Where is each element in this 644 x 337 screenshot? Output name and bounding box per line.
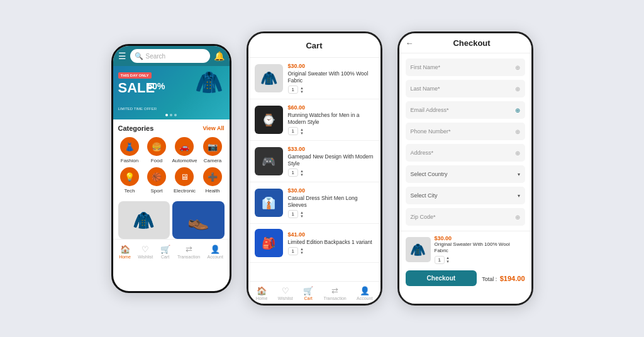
category-electronic[interactable]: 🖥 Electronic: [172, 167, 197, 194]
checkout-bar: Checkout Total : $194.00: [406, 270, 525, 286]
product-card-1[interactable]: 🧥: [118, 201, 170, 239]
qty-arrows-2[interactable]: ▲ ▼: [300, 128, 304, 135]
address-field[interactable]: Address* ⊕: [406, 144, 525, 162]
order-price: $30.00: [435, 235, 525, 241]
category-health[interactable]: ➕ Health: [201, 167, 225, 194]
view-all-link[interactable]: View All: [203, 125, 224, 131]
city-label: Select City: [411, 192, 438, 199]
order-qty-down[interactable]: ▼: [446, 260, 450, 263]
checkout-title: Checkout: [419, 38, 525, 48]
cart-home-label: Home: [256, 296, 268, 301]
search-bar[interactable]: 🔍 Search: [130, 49, 210, 63]
wishlist-nav-label: Wishlist: [138, 255, 153, 259]
nav-cart[interactable]: 🛒 Cart: [160, 245, 170, 259]
qty-arrows-1[interactable]: ▲ ▼: [300, 86, 304, 94]
categories-header: Categories View All: [118, 124, 225, 132]
health-icon: ➕: [203, 167, 222, 186]
checkout-form: First Name* ⊕ Last Name* ⊕ Email Address…: [399, 53, 531, 231]
category-grid: 👗 Fashion 🍔 Food 🚗 Automotive 📷 Camera: [118, 137, 225, 194]
phone-field[interactable]: Phone Number* ⊕: [406, 123, 525, 140]
first-name-icon: ⊕: [515, 64, 520, 71]
category-camera[interactable]: 📷 Camera: [201, 137, 225, 163]
cart-home-icon: 🏠: [257, 286, 267, 296]
cart-item-price-2: $60.00: [288, 104, 374, 111]
total-section: Total : $194.00: [482, 272, 525, 284]
account-nav-label: Account: [208, 255, 223, 259]
cart-nav-cart[interactable]: 🛒 Cart: [303, 286, 313, 301]
email-field[interactable]: Email Address* ⊕: [406, 101, 525, 119]
cart-item-name-5: Limited Edition Backpacks 1 variant: [288, 239, 374, 246]
qty-arrows-5[interactable]: ▲ ▼: [300, 247, 304, 255]
cart-item-price-5: $41.00: [288, 231, 374, 238]
nav-wishlist[interactable]: ♡ Wishlist: [138, 245, 153, 259]
cart-item-name-1: Original Sweater With 100% Wool Fabric: [288, 70, 374, 84]
cart-item-name-3: Gamepad New Design With Modern Style: [288, 153, 374, 167]
cart-cart-icon: 🛒: [303, 286, 313, 296]
cart-item-img-2: ⌚: [255, 106, 283, 134]
cart-item-info-5: $41.00 Limited Edition Backpacks 1 varia…: [288, 231, 374, 255]
cart-nav-account[interactable]: 👤 Account: [357, 286, 372, 301]
banner-dot-2[interactable]: [170, 114, 172, 116]
nav-transaction[interactable]: ⇄ Transaction: [177, 245, 200, 259]
qty-arrows-3[interactable]: ▲ ▼: [300, 169, 304, 177]
menu-icon[interactable]: ☰: [118, 51, 126, 61]
home-nav-icon: 🏠: [120, 245, 130, 254]
banner-dot-1[interactable]: [165, 114, 168, 116]
tech-icon: 💡: [120, 167, 139, 186]
cart-account-icon: 👤: [360, 286, 370, 296]
cart-item-5: 🎒 $41.00 Limited Edition Backpacks 1 var…: [248, 224, 380, 263]
first-name-field[interactable]: First Name* ⊕: [406, 58, 525, 76]
category-tech[interactable]: 💡 Tech: [118, 167, 142, 194]
category-sport[interactable]: 🏀 Sport: [145, 167, 168, 194]
qty-arrows-4[interactable]: ▲ ▼: [300, 211, 304, 218]
nav-account[interactable]: 👤 Account: [208, 245, 223, 259]
automotive-label: Automotive: [172, 158, 197, 163]
cart-item-3: 🎮 $33.00 Gamepad New Design With Modern …: [248, 141, 380, 182]
cart-transaction-label: Transaction: [323, 296, 346, 301]
cart-nav-transaction[interactable]: ⇄ Transaction: [323, 286, 346, 301]
zip-field[interactable]: Zip Code* ⊕: [406, 208, 525, 226]
cart-item-qty-1: 1 ▲ ▼: [288, 86, 374, 94]
wishlist-nav-icon: ♡: [142, 245, 149, 254]
cart-item-qty-4: 1 ▲ ▼: [288, 210, 374, 218]
product-card-2[interactable]: 👞: [172, 201, 225, 239]
category-fashion[interactable]: 👗 Fashion: [118, 137, 142, 163]
cart-item-qty-3: 1 ▲ ▼: [288, 168, 374, 177]
cart-item-2: ⌚ $60.00 Running Watches for Men in a Mo…: [248, 99, 380, 141]
qty-down-1[interactable]: ▼: [300, 90, 304, 94]
back-icon[interactable]: ←: [406, 38, 414, 48]
qty-down-2[interactable]: ▼: [300, 131, 304, 135]
qty-down-4[interactable]: ▼: [300, 214, 304, 218]
qty-down-5[interactable]: ▼: [300, 251, 304, 255]
category-automotive[interactable]: 🚗 Automotive: [172, 137, 197, 163]
bottom-nav: 🏠 Home ♡ Wishlist 🛒 Cart ⇄ Transaction 👤: [113, 239, 230, 263]
country-select[interactable]: Select Country ▾: [406, 165, 525, 183]
zip-label: Zip Code*: [411, 214, 436, 220]
cart-item-4: 👔 $30.00 Casual Dress Shirt Men Long Sle…: [248, 182, 380, 224]
checkout-button[interactable]: Checkout: [406, 270, 477, 286]
cart-item-name-2: Running Watches for Men in a Modern Styl…: [288, 112, 374, 126]
cart-nav-icon: 🛒: [160, 245, 170, 254]
qty-down-3[interactable]: ▼: [300, 173, 304, 177]
order-summary: 🧥 $30.00 Original Sweater With 100% Wool…: [399, 231, 531, 268]
cart-item-price-4: $30.00: [288, 187, 374, 194]
cart-item-info-3: $33.00 Gamepad New Design With Modern St…: [288, 146, 374, 177]
cart-item-img-3: 🎮: [255, 147, 283, 175]
cart-item-price-1: $30.00: [288, 63, 374, 69]
qty-value-3: 1: [288, 168, 298, 177]
category-food[interactable]: 🍔 Food: [145, 137, 168, 163]
fashion-icon: 👗: [120, 137, 139, 156]
cart-nav-wishlist[interactable]: ♡ Wishlist: [278, 286, 293, 301]
cart-item-img-4: 👔: [255, 189, 283, 217]
address-label: Address*: [411, 150, 434, 156]
nav-home[interactable]: 🏠 Home: [119, 245, 131, 259]
bell-icon[interactable]: 🔔: [214, 51, 225, 61]
order-img: 🧥: [406, 237, 431, 262]
banner-dot-3[interactable]: [174, 114, 177, 116]
city-select[interactable]: Select City ▾: [406, 187, 525, 204]
cart-item-price-3: $33.00: [288, 146, 374, 152]
order-qty-arrows[interactable]: ▲ ▼: [446, 256, 450, 263]
cart-nav-home[interactable]: 🏠 Home: [256, 286, 268, 301]
last-name-field[interactable]: Last Name* ⊕: [406, 80, 525, 97]
cart-title: Cart: [306, 41, 322, 50]
